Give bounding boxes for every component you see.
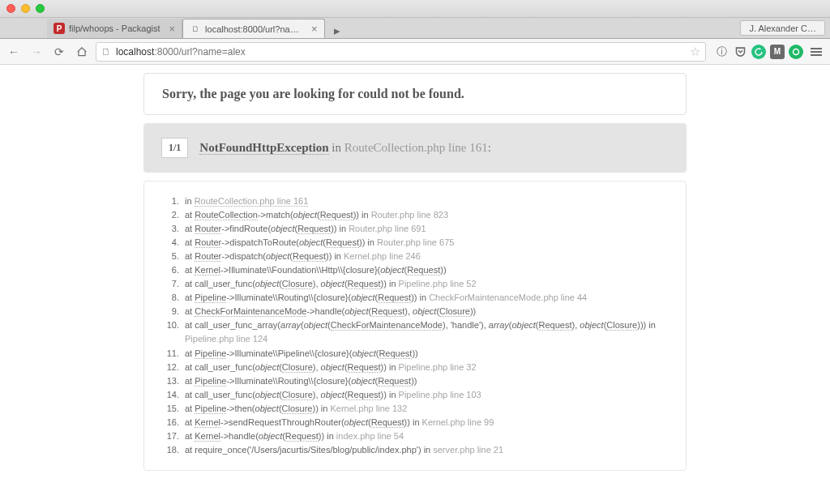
stack-frame: at Kernel->Illuminate\\Foundation\\Http\… <box>182 263 678 277</box>
url-text: localhost:8000/url?name=alex <box>116 46 246 58</box>
trace-file-link[interactable]: Pipeline.php line 124 <box>185 334 267 344</box>
trace-file-link[interactable]: Kernel.php line 132 <box>330 404 407 413</box>
trace-arg-link[interactable]: Request <box>407 265 440 275</box>
page-viewport: Sorry, the page you are looking for coul… <box>0 65 830 504</box>
window-titlebar <box>0 0 830 18</box>
forward-button[interactable]: → <box>28 43 45 61</box>
trace-arg-link[interactable]: Request <box>379 348 412 359</box>
zoom-window-button[interactable] <box>36 4 45 13</box>
trace-arg-link[interactable]: Request <box>320 210 353 220</box>
trace-arg-link[interactable]: Closure <box>282 279 313 289</box>
exception-file-link[interactable]: RouteCollection.php line 161 <box>344 141 488 154</box>
svg-point-0 <box>794 49 799 54</box>
trace-arg-link[interactable]: Closure <box>606 320 637 331</box>
trace-file-link[interactable]: Router.php line 823 <box>371 210 448 220</box>
trace-file-link[interactable]: Pipeline.php line 103 <box>399 390 481 399</box>
stack-frame: at Pipeline->then(object(Closure)) in Ke… <box>182 402 678 416</box>
trace-arg-link[interactable]: Request <box>297 224 331 234</box>
grammarly-extension-icon[interactable] <box>751 45 766 59</box>
stack-frame: at Router->dispatchToRoute(object(Reques… <box>182 236 678 250</box>
close-window-button[interactable] <box>6 4 15 13</box>
trace-arg-link[interactable]: Request <box>378 376 411 387</box>
extension-m-icon[interactable]: M <box>770 45 785 59</box>
reload-button[interactable]: ⟳ <box>50 43 68 61</box>
new-tab-button[interactable]: ▸ <box>328 23 346 38</box>
trace-class-link[interactable]: Kernel <box>195 431 220 442</box>
trace-arg-link[interactable]: Request <box>371 306 404 317</box>
trace-file-link[interactable]: index.php line 54 <box>336 431 404 441</box>
stack-trace: in RouteCollection.php line 161at RouteC… <box>143 181 687 471</box>
trace-class-link[interactable]: Router <box>195 224 221 234</box>
extension-green-icon[interactable] <box>789 45 803 59</box>
trace-arg-link[interactable]: Request <box>348 362 381 373</box>
trace-arg-link[interactable]: Request <box>371 417 404 428</box>
tab-title: filp/whoops - Packagist <box>69 23 160 33</box>
stack-frame: in RouteCollection.php line 161 <box>182 194 678 208</box>
trace-class-link[interactable]: CheckForMaintenanceMode <box>195 306 306 317</box>
trace-arg-link[interactable]: Closure <box>282 404 313 414</box>
address-bar[interactable]: 🗋 localhost:8000/url?name=alex ☆ <box>96 42 706 62</box>
trace-arg-link[interactable]: Request <box>378 293 411 303</box>
stack-frame: at RouteCollection->match(object(Request… <box>182 208 678 222</box>
favicon-icon: 🗋 <box>190 23 201 35</box>
trace-class-link[interactable]: Pipeline <box>195 293 226 303</box>
trace-arg-link[interactable]: Closure <box>282 362 313 373</box>
tab-title: localhost:8000/url?name=… <box>205 24 302 34</box>
bookmark-star-icon[interactable]: ☆ <box>690 45 700 59</box>
trace-class-link[interactable]: RouteCollection <box>195 210 258 220</box>
stack-frame: at Kernel->handle(object(Request)) in in… <box>182 429 678 443</box>
trace-file-link[interactable]: Pipeline.php line 32 <box>399 362 477 372</box>
tab-close-icon[interactable]: × <box>169 23 176 34</box>
minimize-window-button[interactable] <box>21 4 30 13</box>
trace-arg-link[interactable]: Request <box>539 320 572 331</box>
trace-arg-link[interactable]: Request <box>348 279 381 289</box>
back-button[interactable]: ← <box>5 43 23 61</box>
page-info-icon[interactable]: 🗋 <box>101 46 111 58</box>
browser-tab[interactable]: P filp/whoops - Packagist × <box>47 19 182 38</box>
chrome-menu-button[interactable] <box>807 43 825 61</box>
trace-file-link[interactable]: CheckForMaintenanceMode.php line 44 <box>429 293 587 302</box>
trace-arg-link[interactable]: Request <box>348 390 381 400</box>
trace-file-link[interactable]: Router.php line 691 <box>349 224 426 233</box>
extensions-area: ⓘ M <box>711 43 825 61</box>
stack-frame: at Kernel->sendRequestThroughRouter(obje… <box>182 416 678 429</box>
trace-class-link[interactable]: Kernel <box>195 265 220 275</box>
trace-arg-link[interactable]: Closure <box>439 306 470 317</box>
trace-arg-link[interactable]: Request <box>293 251 326 262</box>
trace-file-link[interactable]: server.php line 21 <box>433 445 503 455</box>
favicon-icon: P <box>53 23 65 34</box>
stack-frame: at call_user_func(object(Closure), objec… <box>182 388 678 402</box>
trace-arg-link[interactable]: Request <box>326 237 359 248</box>
trace-file-link[interactable]: Kernel.php line 99 <box>422 417 494 427</box>
pocket-extension-icon[interactable] <box>733 45 747 59</box>
browser-toolbar: ← → ⟳ 🗋 localhost:8000/url?name=alex ☆ ⓘ… <box>0 39 830 65</box>
stack-frame: at Pipeline->Illuminate\\Pipeline\\{clos… <box>182 347 678 361</box>
stack-frame: at Router->findRoute(object(Request)) in… <box>182 222 678 236</box>
trace-arg-link[interactable]: CheckForMaintenanceMode <box>331 320 443 331</box>
trace-class-link[interactable]: Router <box>195 251 221 262</box>
trace-class-link[interactable]: Pipeline <box>195 348 226 359</box>
home-button[interactable] <box>73 43 91 61</box>
trace-class-link[interactable]: Pipeline <box>195 404 226 414</box>
trace-class-link[interactable]: Kernel <box>195 417 220 428</box>
traffic-lights <box>6 4 45 13</box>
profile-button[interactable]: J. Alexander C… <box>740 20 825 36</box>
trace-file-link[interactable]: Pipeline.php line 52 <box>399 279 477 288</box>
trace-arg-link[interactable]: Request <box>285 431 319 442</box>
browser-tabstrip: P filp/whoops - Packagist × 🗋 localhost:… <box>0 18 830 39</box>
browser-tab-active[interactable]: 🗋 localhost:8000/url?name=… × <box>182 19 325 38</box>
trace-file-link[interactable]: Kernel.php line 246 <box>344 251 421 261</box>
extension-info-icon[interactable]: ⓘ <box>714 45 729 59</box>
exception-class-link[interactable]: NotFoundHttpException <box>199 141 328 155</box>
trace-class-link[interactable]: Router <box>195 237 221 248</box>
stack-frame: at call_user_func(object(Closure), objec… <box>182 361 678 374</box>
stack-frame: at require_once('/Users/jacurtis/Sites/b… <box>182 443 678 457</box>
tab-close-icon[interactable]: × <box>311 23 318 34</box>
trace-file-link[interactable]: Router.php line 675 <box>377 237 454 247</box>
trace-file-link[interactable]: RouteCollection.php line 161 <box>195 196 309 207</box>
trace-class-link[interactable]: Pipeline <box>195 376 226 387</box>
stack-frame: at Pipeline->Illuminate\\Routing\\{closu… <box>182 291 678 305</box>
trace-arg-link[interactable]: Closure <box>282 390 313 400</box>
stack-frame: at CheckForMaintenanceMode->handle(objec… <box>182 305 678 318</box>
exception-counter: 1/1 <box>161 138 188 158</box>
